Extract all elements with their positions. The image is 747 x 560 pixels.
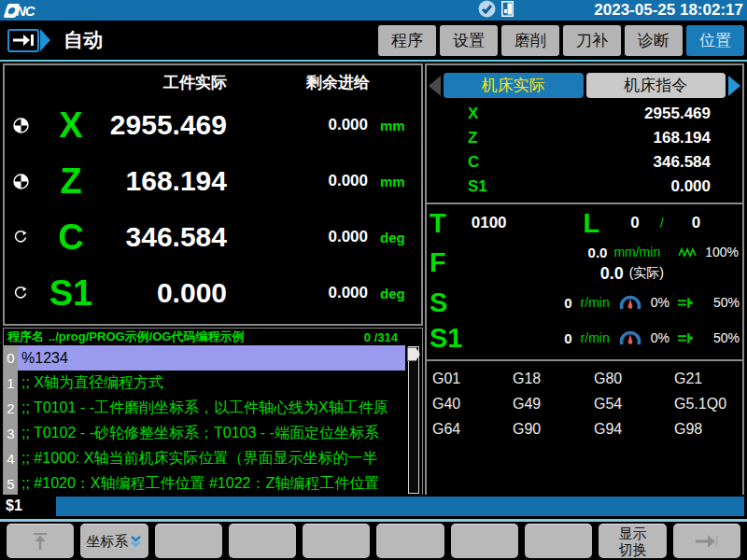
spindle-load-value: 0% [651, 295, 669, 310]
gcode: G90 [513, 421, 594, 438]
tab-position[interactable]: 位置 [686, 25, 744, 56]
gcode: G80 [594, 371, 674, 387]
program-header: 程序名 ../prog/PROG示例/OG代码编程示例 0 /314 [4, 329, 422, 345]
spindle-row: S1 0 r/min 0% [427, 320, 742, 356]
gcode: G64 [432, 421, 513, 438]
program-panel: 程序名 ../prog/PROG示例/OG代码编程示例 0 /314 0 %12… [3, 328, 423, 497]
line-text: ;; T0102 - -砂轮修整坐标系；T0103 - -端面定位坐标系 [18, 421, 405, 446]
spindle-speed-unit: r/min [581, 295, 610, 310]
program-scrollbar[interactable] [408, 346, 419, 494]
tab-settings[interactable]: 设置 [440, 25, 498, 56]
axis-unit: mm [372, 118, 421, 133]
tool-label: T [430, 210, 446, 237]
tab-diagnosis[interactable]: 诊断 [625, 25, 683, 56]
cnc-screen: NC 2023-05-25 18:02:17 [0, 0, 747, 560]
softkey-coordinate-system[interactable]: 坐标系 [80, 524, 148, 558]
program-line[interactable]: 0 %1234 [4, 345, 422, 371]
mdi-input[interactable] [56, 497, 744, 516]
program-line[interactable]: 3 ;; T0102 - -砂轮修整坐标系；T0103 - -端面定位坐标系 [4, 421, 422, 446]
gcode: G94 [594, 421, 674, 438]
datum-icon [13, 174, 29, 189]
gcode: G18 [513, 371, 594, 387]
spindle-label: S1 [430, 325, 462, 352]
axis-actual-value: 168.194 [106, 165, 227, 197]
feed-label: F [430, 249, 446, 285]
tab-program[interactable]: 程序 [378, 25, 436, 56]
subtab-next-icon[interactable] [728, 76, 740, 96]
gcode-modal-table: G01 G18 G80 G21 G40 G49 G54 G5.1Q0 G64 G… [427, 361, 742, 438]
program-line[interactable]: 2 ;; T0101 - -工件磨削坐标系，以工件轴心线为X轴工件原 [4, 396, 422, 421]
softkey-display-switch[interactable]: 显示 切换 [599, 524, 666, 558]
softkey-empty-5[interactable] [303, 524, 370, 558]
machine-axis-name: Z [468, 129, 477, 147]
spindle-override-icon [678, 297, 693, 309]
softkey-label-line2: 切换 [619, 541, 647, 557]
tool-row: T 0100 L 0 / 0 [427, 206, 742, 240]
axis-name: S1 [36, 275, 106, 311]
axis-actual-value: 346.584 [106, 221, 227, 253]
tool-life-separator: / [660, 216, 664, 231]
machine-axis-row: X 2955.469 [427, 102, 742, 126]
status-ok-icon [478, 0, 496, 21]
datetime: 2023-05-25 18:02:17 [594, 0, 743, 21]
axis-row-s1: S1 0.000 0.000 deg [5, 265, 421, 321]
spindle-load-gauge-icon [618, 329, 642, 347]
subtab-machine-actual[interactable]: 机床实际 [444, 73, 584, 98]
channel-label: $1 [6, 497, 56, 514]
feed-actual-label: (实际) [629, 265, 664, 282]
spindle-row: S 0 r/min 0% [427, 285, 742, 320]
gcode: G01 [432, 371, 513, 387]
tool-life-total: 0 [692, 214, 700, 232]
softkey-empty-6[interactable] [376, 524, 444, 558]
axis-unit: deg [372, 286, 421, 301]
softkey-bar: 坐标系 显示 切换 [0, 524, 747, 558]
softkey-empty-7[interactable] [451, 524, 518, 558]
machine-axis-name: C [468, 153, 479, 172]
line-number: 1 [4, 371, 18, 396]
chevron-double-down-icon [130, 535, 142, 548]
title-bar: NC 2023-05-25 18:02:17 [0, 0, 747, 21]
line-text: %1234 [18, 345, 405, 371]
axis-name: Z [36, 163, 106, 199]
subtab-machine-command[interactable]: 机床指令 [586, 73, 726, 98]
machine-axis-row: S1 0.000 [427, 175, 742, 199]
softkey-label-line1: 显示 [619, 525, 647, 541]
scrollbar-thumb[interactable] [407, 347, 420, 361]
axis-unit: mm [372, 174, 421, 189]
gcode: G98 [674, 421, 742, 438]
subtab-prev-icon[interactable] [429, 76, 441, 96]
tab-tool-comp[interactable]: 刀补 [563, 25, 621, 56]
axis-actual-value: 2955.469 [106, 109, 227, 141]
softkey-next-page[interactable] [673, 524, 740, 558]
auto-mode-button[interactable] [7, 29, 50, 52]
machine-axis-row: C 346.584 [427, 150, 742, 175]
axis-remaining-value: 0.000 [227, 284, 372, 302]
softkey-label: 坐标系 [86, 533, 128, 551]
program-line[interactable]: 1 ;; X轴为直径编程方式 [4, 371, 422, 396]
axis-unit: deg [372, 230, 421, 245]
softkey-empty-8[interactable] [525, 524, 592, 558]
machine-axis-name: S1 [468, 177, 487, 196]
tab-grinding[interactable]: 磨削 [501, 25, 559, 56]
feed-actual-value: 0.0 [600, 264, 624, 284]
brand-logo: NC [6, 2, 35, 19]
gcode: G54 [594, 396, 674, 413]
program-line-counter: 0 /314 [364, 330, 398, 344]
mode-label: 自动 [63, 27, 103, 53]
softkey-return[interactable] [7, 524, 74, 558]
line-number: 0 [4, 345, 18, 371]
command-bar: $1 [0, 495, 747, 517]
spindle-label: S [430, 289, 447, 316]
softkey-empty-4[interactable] [229, 524, 296, 558]
spindle-speed-value: 0 [564, 330, 571, 346]
auto-mode-icon [7, 29, 39, 52]
mode-chevron-icon [40, 29, 50, 51]
feed-rate-unit: mm/min [613, 245, 660, 259]
spindle-speed-unit: r/min [581, 330, 610, 345]
program-line[interactable]: 4 ;; #1000: X轴当前机床实际位置（界面显示坐标的一半 [4, 446, 422, 471]
program-line[interactable]: 5 ;; #1020：X轴编程工件位置 #1022：Z轴编程工件位置 [4, 471, 422, 497]
machine-axis-row: Z 168.194 [427, 126, 742, 150]
return-up-icon [30, 531, 50, 552]
storage-icon [501, 1, 514, 21]
softkey-empty-3[interactable] [155, 524, 222, 558]
